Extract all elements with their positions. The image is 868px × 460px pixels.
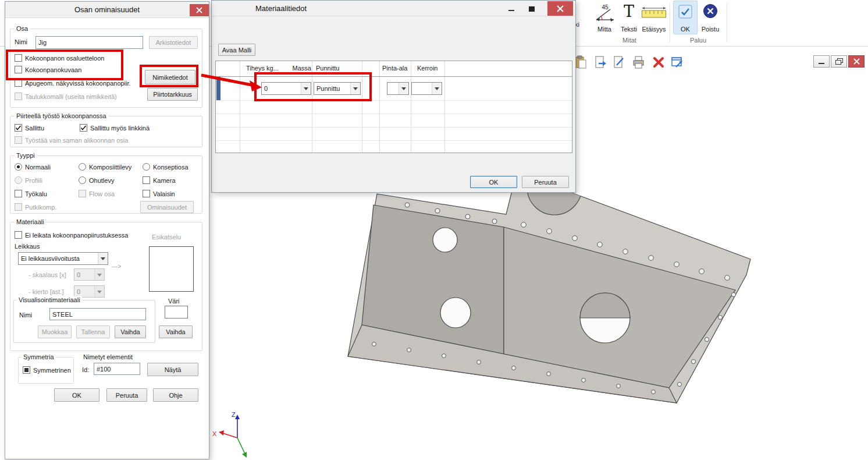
checkbox-box [15, 203, 22, 211]
part-ok-button[interactable]: OK [54, 388, 99, 402]
massa-dropdown[interactable]: 0 [261, 82, 311, 95]
checkbox-valaisin[interactable]: Valaisin [143, 190, 175, 197]
checkbox-apugeom[interactable]: Apugeom. näkyvissä kokoonpanopiir. [15, 79, 131, 87]
table-gridline [379, 61, 380, 153]
checkbox-kokoonpanon-osaluetteloon[interactable]: Kokoonpanon osaluetteloon [15, 54, 104, 62]
pinta-ala-dropdown[interactable] [387, 82, 409, 95]
leikkaus-dropdown[interactable]: Ei leikkausviivoitusta [18, 252, 108, 265]
part-dialog-titlebar[interactable]: Osan ominaisuudet [5, 2, 209, 18]
material-peruuta-button[interactable]: Peruuta [522, 176, 569, 188]
dialog-maximize-button[interactable] [522, 3, 540, 14]
edit-document-icon[interactable] [612, 55, 626, 69]
radio-dot [79, 176, 86, 184]
part-properties-dialog: Osan ominaisuudet Osa Nimi Jig Arkistoti… [5, 1, 209, 459]
window-close-button[interactable] [848, 55, 865, 68]
radio-konseptiosa[interactable]: Konseptiosa [143, 163, 188, 171]
group-tyosto-label: Piirteellä työstö kokoonpanossa [15, 112, 108, 119]
restore-icon [835, 58, 843, 65]
checkbox-label: Ei leikata kokoonpanopiirustuksessa [25, 232, 128, 239]
checkbox-box [15, 54, 22, 62]
part-ohje-button[interactable]: Ohje [153, 388, 198, 402]
group-symmetria-label: Symmetria [22, 353, 56, 360]
checkbox-kamera[interactable]: Kamera [143, 176, 176, 184]
checkbox-sallittu-linkkina[interactable]: Sallittu myös linkkinä [80, 124, 150, 132]
rad_io-dot [15, 176, 22, 184]
column-header-kerroin[interactable]: Kerroin [417, 65, 437, 72]
mitta-button[interactable]: Mitta [597, 26, 611, 33]
avaa-malli-button[interactable]: Avaa Malli [218, 44, 255, 56]
preview-box [149, 246, 194, 292]
checkbox-label: Putkikomp. [25, 204, 56, 211]
vis-nimi-input[interactable]: STEEL [49, 308, 146, 320]
vis-nimi-label: Nimi [19, 312, 32, 319]
column-header-massa[interactable]: Massa [284, 65, 311, 72]
text-tool-icon: T [622, 2, 635, 21]
checkbox-ei-leikata[interactable]: Ei leikata kokoonpanopiirustuksessa [15, 231, 128, 239]
material-dialog-titlebar[interactable]: Materiaalitiedot [212, 1, 575, 16]
checkbox-label: Valaisin [153, 190, 175, 197]
arkistotiedot-button: Arkistotiedot [149, 36, 198, 49]
group-visualisointi-label: Visualisointimateriaali [17, 296, 82, 303]
teksti-button[interactable]: Teksti [621, 26, 637, 33]
kierto-dropdown-value: 0 [77, 288, 80, 295]
vaihda-vari-button[interactable]: Vaihda [159, 325, 193, 338]
close-icon [853, 58, 860, 65]
column-header-punnittu[interactable]: Punnittu [316, 65, 339, 72]
window-minimize-button[interactable] [813, 55, 830, 68]
group-tyyppi-label: Tyyppi [15, 152, 37, 159]
radio-dot [79, 163, 86, 171]
material-dialog-close-button[interactable] [547, 1, 573, 16]
delete-icon[interactable] [652, 55, 666, 69]
piirtotarkkuus-button[interactable]: Piirtotarkkuus [147, 88, 198, 101]
checkbox-sallittu[interactable]: Sallittu [15, 124, 44, 132]
vaihda-button[interactable]: Vaihda [115, 325, 146, 338]
radio-normaali[interactable]: Normaali [15, 163, 51, 171]
radio-ohutlevy[interactable]: Ohutlevy [79, 176, 114, 184]
minimize-icon [818, 59, 825, 65]
application-window: ki 45 Mitta T Teksti Etäisyys Mitat [0, 0, 868, 460]
material-ok-button[interactable]: OK [470, 176, 517, 188]
checkbox-tyostaa-vain: Työstää vain saman alikoonnan osia [15, 136, 128, 144]
etaisyys-button[interactable]: Etäisyys [642, 26, 666, 33]
nimi-input[interactable]: Jig [35, 36, 143, 49]
checkbox-label: Symmetrinen [33, 367, 71, 374]
checkbox-symmetrinen[interactable]: Symmetrinen [23, 366, 71, 374]
table-gridline [411, 61, 411, 153]
color-swatch[interactable] [165, 306, 188, 319]
esikatselu-label: Esikatselu [152, 233, 181, 240]
punnittu-dropdown[interactable]: Punnittu [314, 82, 361, 95]
checkbox-box [15, 66, 22, 73]
print-icon[interactable] [632, 55, 646, 69]
nayta-button[interactable]: Näytä [147, 363, 198, 376]
radio-komposiittilevy[interactable]: Komposiittilevy [79, 163, 131, 171]
id-input[interactable]: #100 [94, 363, 140, 375]
export-window-icon[interactable] [670, 55, 684, 69]
dialog-minimize-button[interactable] [503, 3, 520, 14]
massa-dropdown-value: 0 [264, 85, 268, 92]
checkbox-kokoonpanokuvaan[interactable]: Kokoonpanokuvaan [15, 66, 81, 73]
row-selector[interactable] [216, 77, 220, 100]
ok-check-icon [678, 5, 692, 19]
checkbox-label: Sallittu [25, 125, 44, 132]
checkbox-tyokalu[interactable]: Työkalu [15, 190, 47, 197]
part-dialog-close-button[interactable] [190, 4, 209, 16]
skaalaus-dropdown-value: 0 [77, 271, 80, 278]
table-gridline [312, 61, 312, 153]
radio-label: Profiili [25, 177, 42, 184]
part-peruuta-button[interactable]: Peruuta [106, 388, 147, 402]
kerroin-dropdown[interactable] [411, 82, 442, 95]
poistu-button[interactable]: Poistu [702, 26, 720, 33]
exit-icon [703, 3, 718, 19]
ribbon-separator [727, 3, 727, 43]
checkbox-box [15, 79, 22, 87]
ribbon-ok-button[interactable]: OK [681, 26, 690, 33]
leikkaus-label: Leikkaus [15, 243, 40, 250]
vari-label: Väri [168, 298, 180, 305]
group-materiaali-label: Materiaali [15, 218, 46, 225]
column-header-tiheys[interactable]: Tiheys kg... [246, 65, 279, 72]
export-document-icon[interactable] [593, 55, 607, 69]
radio-profiili: Profiili [15, 176, 42, 184]
window-restore-button[interactable] [831, 55, 847, 68]
nimiketiedot-button[interactable]: Nimiketiedot [145, 70, 195, 84]
column-header-pinta-ala[interactable]: Pinta-ala [382, 65, 407, 72]
